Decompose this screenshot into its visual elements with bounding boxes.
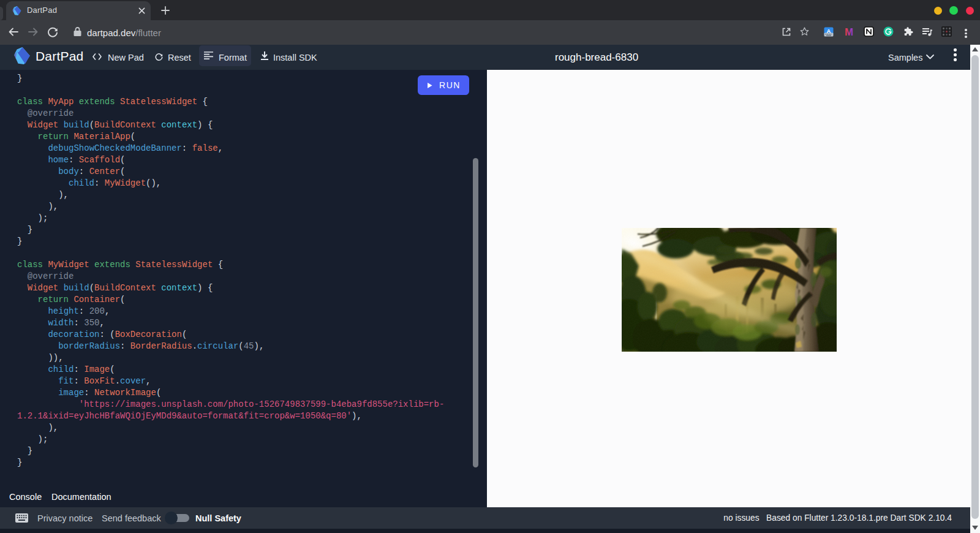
svg-text:A: A [827, 28, 831, 34]
svg-text:M: M [845, 26, 853, 37]
